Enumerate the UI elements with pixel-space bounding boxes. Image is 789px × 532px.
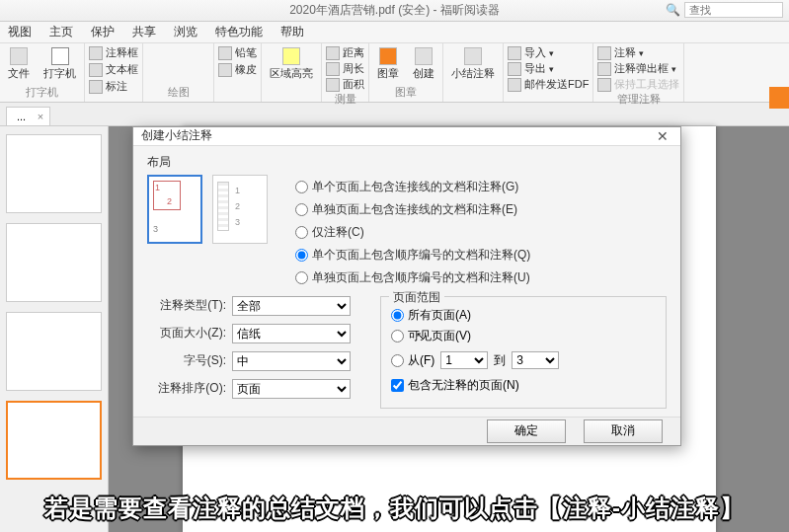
annot-box-button[interactable]: 注释框	[89, 45, 138, 60]
document-tabs: ... ×	[0, 103, 789, 126]
sort-label: 注释排序(O):	[147, 380, 226, 397]
radio-all-pages[interactable]: 所有页面(A)	[391, 307, 656, 324]
radio-visible-pages[interactable]: 可见页面(V)↖	[391, 328, 656, 344]
size-label: 页面大小(Z):	[147, 325, 226, 342]
close-tab-icon[interactable]: ×	[38, 111, 43, 122]
cursor-icon: ↖	[416, 330, 425, 342]
shape-rect-icon[interactable]	[154, 45, 168, 55]
group-label-stamp: 图章	[395, 85, 417, 100]
shape-arrow-icon[interactable]	[190, 59, 203, 69]
size-select[interactable]: 信纸	[232, 324, 351, 343]
app-title: 2020年酒店营销.pdf (安全) - 福昕阅读器	[289, 2, 500, 19]
search-box: 🔍	[666, 2, 783, 18]
menu-view[interactable]: 视图	[8, 24, 32, 40]
menu-browse[interactable]: 浏览	[174, 24, 197, 40]
sidebar-orange-tab[interactable]	[769, 87, 789, 109]
ribbon-group-fdf: 导入▾ 导出▾ 邮件发送FDF	[504, 43, 593, 102]
dialog-footer: 确定 取消	[133, 417, 680, 445]
radio-layout-c[interactable]: 仅注释(C)	[295, 224, 530, 241]
search-input[interactable]	[684, 2, 783, 18]
menu-help[interactable]: 帮助	[280, 24, 304, 40]
area-highlight-button[interactable]: 区域高亮	[266, 45, 317, 83]
sort-select[interactable]: 页面	[232, 379, 351, 399]
ribbon-group-typewriter: 文件 打字机 打字机	[0, 43, 85, 102]
ribbon-group-measure: 距离 周长 面积 测量	[322, 43, 369, 102]
shape-cloud-icon[interactable]	[172, 59, 186, 69]
ok-button[interactable]: 确定	[487, 419, 566, 443]
from-select[interactable]: 1	[440, 351, 488, 369]
search-icon: 🔍	[666, 3, 680, 17]
type-select[interactable]: 全部	[232, 296, 351, 316]
group-label-measure: 测量	[335, 92, 356, 107]
ribbon: 文件 打字机 打字机 注释框 文本框 标注 绘图 铅笔 橡皮 区域高亮	[0, 43, 789, 103]
video-subtitle: 若是需要查看注释的总结文档，我们可以点击【注释-小结注释】	[0, 493, 789, 524]
dialog-title: 创建小结注释	[141, 127, 212, 144]
create-button[interactable]: 创建	[409, 45, 438, 83]
mail-fdf-button[interactable]: 邮件发送FDF	[508, 77, 589, 92]
thumbnail[interactable]	[6, 223, 102, 302]
dialog-titlebar: 创建小结注释 ✕	[133, 127, 680, 146]
ribbon-group-stamp: 图章 创建 图章	[369, 43, 443, 102]
title-bar: 2020年酒店营销.pdf (安全) - 福昕阅读器 🔍	[0, 0, 789, 22]
checkbox-include[interactable]: 包含无注释的页面(N)	[391, 377, 656, 394]
dialog-body: 布局 1 2 3 1 2 3 单个页面上包含连接线的文档和注释(G) 单独页面上	[133, 146, 680, 417]
menu-protect[interactable]: 保护	[91, 24, 115, 40]
font-label: 字号(S):	[147, 352, 226, 369]
eraser-button[interactable]: 橡皮	[218, 62, 257, 77]
typewriter-button[interactable]: 打字机	[39, 45, 80, 83]
ribbon-group-summary: 小结注释	[443, 43, 504, 102]
file-button[interactable]: 文件	[4, 45, 34, 83]
radio-layout-q[interactable]: 单个页面上包含顺序编号的文档和注释(Q)	[295, 247, 530, 264]
font-select[interactable]: 中	[232, 351, 351, 371]
range-legend: 页面范围	[389, 289, 444, 306]
popup-button[interactable]: 注释弹出框▾	[597, 61, 679, 76]
perimeter-button[interactable]: 周长	[326, 61, 364, 76]
ribbon-group-draw: 绘图	[143, 43, 214, 102]
area-button[interactable]: 面积	[326, 77, 364, 92]
thumbnail[interactable]	[6, 401, 102, 480]
form-left: 注释类型(T):全部 页面大小(Z):信纸 字号(S):中 注释排序(O):页面	[147, 296, 351, 409]
type-label: 注释类型(T):	[147, 297, 226, 314]
radio-layout-g[interactable]: 单个页面上包含连接线的文档和注释(G)	[295, 179, 530, 195]
group-label-typewriter: 打字机	[26, 85, 58, 100]
stamp-button[interactable]: 图章	[373, 45, 403, 83]
menu-home[interactable]: 主页	[49, 24, 73, 40]
thumbnail[interactable]	[6, 312, 102, 391]
to-select[interactable]: 3	[512, 351, 559, 369]
ribbon-group-manage: 注释▾ 注释弹出框▾ 保持工具选择 管理注释	[593, 43, 684, 102]
page-range-fieldset: 页面范围 所有页面(A) 可见页面(V)↖ 从(F) 1 到 3 包含无注释的页…	[380, 296, 667, 409]
menu-share[interactable]: 共享	[132, 24, 156, 40]
ribbon-group-pencil: 铅笔 橡皮	[214, 43, 262, 102]
layout-radio-group: 单个页面上包含连接线的文档和注释(G) 单独页面上包含连接线的文档和注释(E) …	[295, 175, 530, 286]
shape-oval-icon[interactable]	[172, 45, 186, 55]
layout-option-1[interactable]: 1 2 3	[147, 175, 202, 244]
menu-bar: 视图 主页 保护 共享 浏览 特色功能 帮助	[0, 22, 789, 43]
annot-button[interactable]: 注释▾	[597, 45, 679, 60]
summary-dialog: 创建小结注释 ✕ 布局 1 2 3 1 2 3 单个页面上包含连接线	[132, 126, 681, 446]
dialog-close-icon[interactable]: ✕	[653, 128, 672, 144]
callout-button[interactable]: 标注	[89, 79, 138, 94]
document-tab[interactable]: ... ×	[6, 107, 50, 125]
tab-label: ...	[17, 111, 26, 122]
thumbnail-panel	[0, 126, 109, 532]
keep-tool-button[interactable]: 保持工具选择	[597, 77, 679, 92]
radio-from-pages[interactable]: 从(F)	[391, 352, 434, 369]
radio-layout-e[interactable]: 单独页面上包含连接线的文档和注释(E)	[295, 201, 530, 218]
cancel-button[interactable]: 取消	[584, 419, 663, 443]
layout-option-2[interactable]: 1 2 3	[212, 175, 268, 244]
thumbnail[interactable]	[6, 134, 102, 213]
layout-preview: 1 2 3 1 2 3	[147, 175, 276, 286]
ribbon-group-highlight: 区域高亮	[262, 43, 322, 102]
summary-annot-button[interactable]: 小结注释	[447, 45, 499, 83]
text-box-button[interactable]: 文本框	[89, 62, 138, 77]
shape-line-icon[interactable]	[190, 49, 203, 51]
shape-poly-icon[interactable]	[154, 59, 168, 69]
menu-features[interactable]: 特色功能	[215, 24, 263, 40]
pencil-button[interactable]: 铅笔	[218, 45, 257, 60]
to-label: 到	[494, 352, 506, 369]
ribbon-group-annotate: 注释框 文本框 标注	[85, 43, 143, 102]
export-button[interactable]: 导出▾	[508, 61, 589, 76]
radio-layout-u[interactable]: 单独页面上包含顺序编号的文档和注释(U)	[295, 269, 530, 286]
distance-button[interactable]: 距离	[326, 45, 364, 60]
import-button[interactable]: 导入▾	[508, 45, 589, 60]
